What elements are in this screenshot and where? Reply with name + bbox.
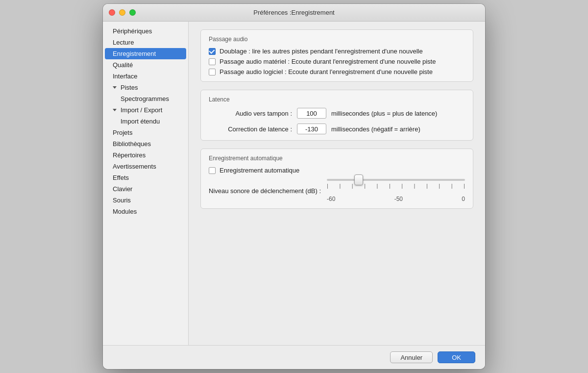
- sidebar: PériphériquesLectureEnregistrementQualit…: [103, 22, 189, 345]
- sidebar-item-spectrogrammes[interactable]: Spectrogrammes: [103, 93, 188, 104]
- sidebar-item-label: Import / Export: [121, 106, 162, 114]
- auto-enreg-title: Enregistrement automatique: [209, 155, 465, 162]
- titlebar: Préférences :Enregistrement: [103, 4, 485, 22]
- sidebar-item-modules[interactable]: Modules: [103, 206, 188, 217]
- sidebar-item-enregistrement[interactable]: Enregistrement: [105, 48, 186, 59]
- slider-tick: |: [364, 183, 366, 189]
- sidebar-item-avertissements[interactable]: Avertissements: [103, 161, 188, 172]
- passage-audio-section: Passage audio Doublage : lire les autres…: [200, 29, 473, 82]
- sidebar-item-import-etendu[interactable]: Import étendu: [103, 116, 188, 127]
- slider-tick: |: [327, 183, 328, 189]
- sidebar-item-label: Bibliothèques: [113, 140, 151, 148]
- sidebar-item-effets[interactable]: Effets: [103, 172, 188, 183]
- logiciel-checkbox[interactable]: [209, 69, 216, 75]
- main-panel: Passage audio Doublage : lire les autres…: [189, 22, 485, 345]
- logiciel-row: Passage audio logiciel : Ecoute durant l…: [209, 68, 465, 75]
- slider-tick: |: [401, 183, 403, 189]
- slider-mid-label: -50: [394, 196, 403, 202]
- slider-thumb[interactable]: [354, 174, 363, 185]
- materiel-label: Passage audio matériel : Ecoute durant l…: [220, 58, 436, 65]
- sidebar-item-label: Avertissements: [113, 163, 156, 170]
- doublage-row: Doublage : lire les autres pistes pendan…: [209, 48, 465, 55]
- doublage-checkbox[interactable]: [209, 48, 216, 55]
- slider-tick: |: [439, 183, 440, 189]
- sidebar-item-peripheriques[interactable]: Périphériques: [103, 25, 188, 37]
- sidebar-item-interface[interactable]: Interface: [103, 71, 188, 82]
- sidebar-item-label: Qualité: [113, 61, 133, 69]
- sidebar-item-label: Interface: [113, 73, 138, 80]
- sidebar-item-label: Import étendu: [121, 118, 160, 125]
- sidebar-item-label: Périphériques: [113, 27, 152, 35]
- audio-tampon-row: Audio vers tampon : millisecondes (plus …: [209, 108, 465, 119]
- triangle-icon: [113, 86, 117, 89]
- passage-audio-title: Passage audio: [209, 36, 465, 43]
- sidebar-item-label: Clavier: [113, 185, 132, 193]
- content-area: PériphériquesLectureEnregistrementQualit…: [103, 22, 485, 345]
- preferences-window: Préférences :Enregistrement Périphérique…: [103, 4, 485, 369]
- slider-container: | | | | | | | | | | | |: [327, 179, 465, 202]
- sidebar-item-pistes[interactable]: Pistes: [103, 82, 188, 93]
- materiel-checkbox[interactable]: [209, 58, 216, 65]
- sidebar-item-label: Modules: [113, 208, 137, 215]
- sidebar-item-repertoires[interactable]: Répertoires: [103, 149, 188, 161]
- auto-enreg-section: Enregistrement automatique Enregistremen…: [200, 149, 473, 209]
- cancel-button[interactable]: Annuler: [390, 351, 433, 363]
- materiel-row: Passage audio matériel : Ecoute durant l…: [209, 58, 465, 65]
- close-button[interactable]: [109, 9, 115, 16]
- slider-max-label: 0: [462, 196, 465, 202]
- correction-label: Correction de latence :: [209, 125, 292, 133]
- correction-row: Correction de latence : millisecondes (n…: [209, 124, 465, 134]
- audio-tampon-label: Audio vers tampon :: [209, 110, 292, 117]
- logiciel-label: Passage audio logiciel : Ecoute durant l…: [220, 68, 433, 75]
- slider-tick: |: [464, 183, 465, 189]
- auto-enreg-checkbox[interactable]: [209, 167, 216, 174]
- minimize-button[interactable]: [119, 9, 125, 16]
- sidebar-item-label: Pistes: [121, 84, 138, 91]
- ok-button[interactable]: OK: [438, 351, 475, 363]
- sidebar-item-import-export[interactable]: Import / Export: [103, 104, 188, 116]
- latence-section: Latence Audio vers tampon : milliseconde…: [200, 90, 473, 141]
- slider-label: Niveau sonore de déclenchement (dB) :: [209, 187, 321, 195]
- doublage-label: Doublage : lire les autres pistes pendan…: [220, 48, 423, 55]
- slider-row: Niveau sonore de déclenchement (dB) : | …: [209, 179, 465, 202]
- slider-tick: |: [389, 183, 391, 189]
- slider-tick: |: [451, 183, 453, 189]
- sidebar-item-label: Souris: [113, 197, 131, 204]
- slider-min-label: -60: [327, 196, 335, 202]
- audio-tampon-input[interactable]: [297, 108, 326, 119]
- window-title: Préférences :Enregistrement: [253, 9, 334, 16]
- sidebar-item-qualite[interactable]: Qualité: [103, 59, 188, 71]
- audio-tampon-unit: millisecondes (plus = plus de latence): [331, 110, 437, 117]
- window-controls: [109, 9, 136, 16]
- auto-enreg-label: Enregistrement automatique: [220, 167, 299, 174]
- slider-track[interactable]: [327, 179, 465, 181]
- slider-tick: |: [339, 183, 341, 189]
- correction-unit: millisecondes (négatif = arrière): [331, 125, 420, 133]
- triangle-icon: [113, 109, 117, 111]
- slider-tick: |: [352, 183, 353, 189]
- sidebar-item-label: Enregistrement: [113, 50, 156, 57]
- sidebar-item-clavier[interactable]: Clavier: [103, 183, 188, 195]
- slider-tick: |: [414, 183, 416, 189]
- sidebar-item-label: Effets: [113, 174, 129, 181]
- auto-enreg-row: Enregistrement automatique: [209, 167, 465, 174]
- latence-title: Latence: [209, 96, 465, 103]
- sidebar-item-label: Projets: [113, 129, 132, 136]
- sidebar-item-souris[interactable]: Souris: [103, 195, 188, 206]
- sidebar-item-lecture[interactable]: Lecture: [103, 37, 188, 48]
- maximize-button[interactable]: [129, 9, 136, 16]
- bottom-bar: Annuler OK: [103, 345, 485, 369]
- sidebar-item-label: Spectrogrammes: [121, 95, 169, 102]
- sidebar-item-bibliotheques[interactable]: Bibliothèques: [103, 138, 188, 149]
- sidebar-item-projets[interactable]: Projets: [103, 127, 188, 138]
- correction-input[interactable]: [297, 124, 326, 134]
- sidebar-item-label: Lecture: [113, 39, 134, 46]
- slider-tick: |: [426, 183, 428, 189]
- sidebar-item-label: Répertoires: [113, 151, 146, 159]
- slider-labels: -60 -50 0: [327, 196, 465, 202]
- slider-tick: |: [377, 183, 378, 189]
